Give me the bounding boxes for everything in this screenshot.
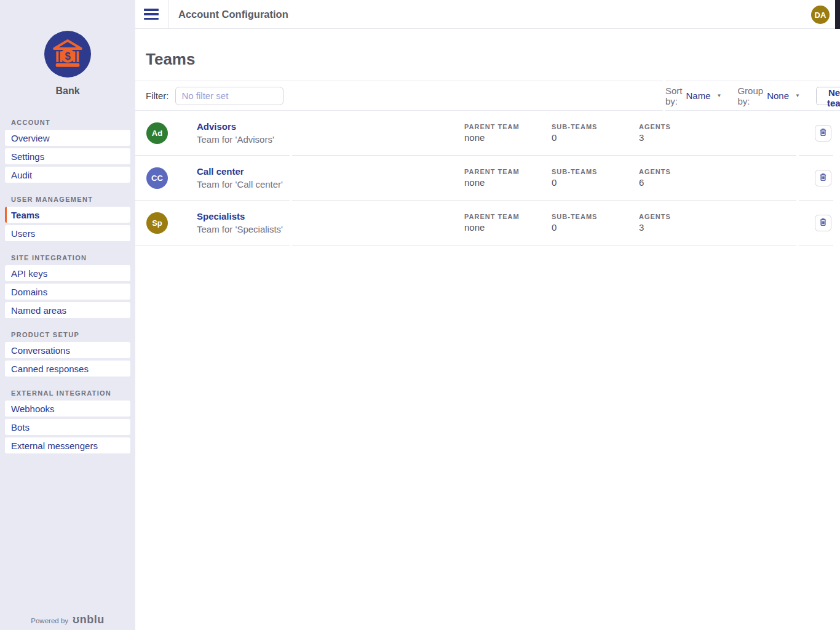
powered-by-label: Powered by: [31, 617, 68, 624]
sidebar-item-api-keys[interactable]: API keys: [5, 265, 130, 281]
agents-value: 6: [639, 177, 726, 188]
page-title: Teams: [146, 50, 840, 68]
sidebar-section-items: OverviewSettingsAudit: [5, 130, 130, 183]
team-texts: Advisors Team for 'Advisors': [197, 121, 274, 145]
user-avatar[interactable]: DA: [811, 6, 830, 24]
agents-value: 3: [639, 222, 726, 233]
agents-column: AGENTS 3: [639, 123, 726, 143]
sidebar-item-bots[interactable]: Bots: [5, 419, 130, 435]
delete-team-button[interactable]: [815, 170, 831, 186]
bank-icon: $: [50, 36, 85, 73]
sidebar-section-label: PRODUCT SETUP: [11, 331, 130, 338]
sidebar-item-named-areas[interactable]: Named areas: [5, 302, 130, 318]
agents-value: 3: [639, 132, 726, 143]
parent-team-label: PARENT TEAM: [464, 123, 552, 130]
team-name-cell: CC Call center Team for 'Call center': [135, 156, 290, 201]
sidebar-section: EXTERNAL INTEGRATION WebhooksBotsExterna…: [5, 389, 130, 453]
sidebar-section-items: ConversationsCanned responses: [5, 342, 130, 377]
team-stats-cell: PARENT TEAM none SUB-TEAMS 0 AGENTS 3: [292, 111, 796, 156]
parent-team-column: PARENT TEAM none: [464, 168, 552, 188]
org-logo: $: [44, 31, 91, 78]
sidebar-section: ACCOUNT OverviewSettingsAudit: [5, 119, 130, 183]
parent-team-column: PARENT TEAM none: [464, 213, 552, 233]
sidebar-item-conversations[interactable]: Conversations: [5, 342, 130, 358]
team-texts: Specialists Team for 'Specialists': [197, 211, 283, 234]
avatar: Sp: [146, 212, 168, 234]
agents-column: AGENTS 6: [639, 168, 726, 188]
team-actions-cell: [799, 111, 833, 156]
sidebar-section-label: ACCOUNT: [11, 119, 130, 126]
org-name: Bank: [55, 86, 79, 97]
sub-teams-column: SUB-TEAMS 0: [552, 168, 639, 188]
sub-teams-value: 0: [552, 177, 639, 188]
sub-teams-column: SUB-TEAMS 0: [552, 213, 639, 233]
sidebar-item-settings[interactable]: Settings: [5, 148, 130, 164]
team-name-cell: Ad Advisors Team for 'Advisors': [135, 111, 290, 156]
parent-team-value: none: [464, 132, 552, 143]
scrollbar[interactable]: [835, 0, 840, 29]
sidebar-section-items: API keysDomainsNamed areas: [5, 265, 130, 318]
agents-label: AGENTS: [639, 168, 726, 175]
sidebar-section-items: WebhooksBotsExternal messengers: [5, 401, 130, 453]
sidebar-section-label: SITE INTEGRATION: [11, 254, 130, 261]
sidebar-section: PRODUCT SETUP ConversationsCanned respon…: [5, 331, 130, 377]
unblu-logo: ʊnblu: [73, 613, 105, 626]
sub-teams-value: 0: [552, 132, 639, 143]
sub-teams-label: SUB-TEAMS: [552, 213, 639, 220]
sidebar-item-external-messengers[interactable]: External messengers: [5, 437, 130, 453]
parent-team-value: none: [464, 222, 552, 233]
delete-team-button[interactable]: [815, 125, 831, 142]
filter-input[interactable]: [175, 87, 283, 105]
sidebar-item-teams[interactable]: Teams: [5, 207, 130, 223]
sidebar-item-webhooks[interactable]: Webhooks: [5, 401, 130, 417]
agents-label: AGENTS: [639, 213, 726, 220]
agents-column: AGENTS 3: [639, 213, 726, 233]
team-actions-cell: [799, 201, 833, 245]
table-row: Sp Specialists Team for 'Specialists' PA…: [135, 201, 833, 245]
sidebar-section-items: TeamsUsers: [5, 207, 130, 241]
sort-by-label: Sort by:: [665, 86, 683, 106]
sidebar-item-audit[interactable]: Audit: [5, 167, 130, 183]
chevron-down-icon: ▼: [717, 93, 722, 98]
parent-team-value: none: [464, 177, 552, 188]
parent-team-label: PARENT TEAM: [464, 213, 552, 220]
sidebar: $ Bank ACCOUNT OverviewSettingsAudit USE…: [0, 0, 135, 630]
powered-by: Powered by ʊnblu: [0, 613, 135, 626]
chevron-down-icon: ▼: [795, 93, 800, 98]
sidebar-item-users[interactable]: Users: [5, 225, 130, 241]
sub-teams-label: SUB-TEAMS: [552, 123, 639, 130]
sort-by-value: Name: [686, 90, 711, 101]
filter-label: Filter:: [146, 90, 169, 101]
team-name-link[interactable]: Advisors: [197, 121, 274, 132]
team-stats-cell: PARENT TEAM none SUB-TEAMS 0 AGENTS 3: [292, 201, 796, 245]
topbar-divider: [168, 0, 168, 29]
hamburger-menu-icon[interactable]: [144, 9, 159, 20]
sidebar-section: USER MANAGEMENT TeamsUsers: [5, 196, 130, 241]
team-description: Team for 'Specialists': [197, 224, 283, 234]
svg-text:$: $: [65, 50, 70, 62]
teams-list: Ad Advisors Team for 'Advisors' PARENT T…: [135, 111, 833, 245]
trash-icon: [818, 127, 828, 139]
delete-team-button[interactable]: [815, 215, 831, 231]
sidebar-item-canned-responses[interactable]: Canned responses: [5, 361, 130, 377]
filter-section: Filter:: [135, 81, 663, 111]
sidebar-item-domains[interactable]: Domains: [5, 284, 130, 300]
team-description: Team for 'Advisors': [197, 134, 274, 145]
team-name-link[interactable]: Call center: [197, 166, 283, 177]
sort-by-dropdown[interactable]: Sort by: Name ▼: [665, 86, 721, 106]
sub-teams-column: SUB-TEAMS 0: [552, 123, 639, 143]
group-by-dropdown[interactable]: Group by: None ▼: [737, 86, 799, 106]
team-texts: Call center Team for 'Call center': [197, 166, 283, 189]
team-name-cell: Sp Specialists Team for 'Specialists': [135, 201, 290, 245]
team-name-link[interactable]: Specialists: [197, 211, 283, 221]
topbar: Account Configuration DA: [135, 0, 840, 29]
group-by-label: Group by:: [737, 86, 763, 106]
parent-team-label: PARENT TEAM: [464, 168, 552, 175]
avatar: CC: [146, 167, 168, 189]
team-description: Team for 'Call center': [197, 179, 283, 189]
table-row: Ad Advisors Team for 'Advisors' PARENT T…: [135, 111, 833, 156]
group-by-value: None: [767, 90, 789, 101]
sidebar-item-overview[interactable]: Overview: [5, 130, 130, 146]
new-team-button[interactable]: New team: [816, 87, 840, 105]
team-stats-cell: PARENT TEAM none SUB-TEAMS 0 AGENTS 6: [292, 156, 796, 201]
